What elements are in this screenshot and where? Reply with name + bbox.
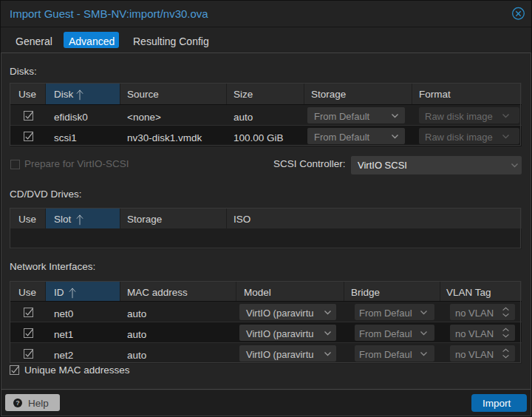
svg-text:?: ? [16,399,20,407]
